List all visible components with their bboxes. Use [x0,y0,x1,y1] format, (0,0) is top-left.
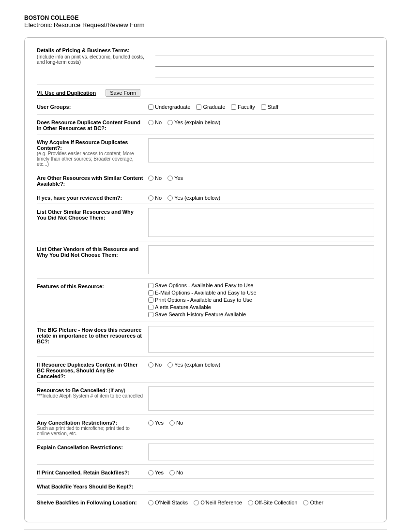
why-acquire-textarea[interactable] [148,138,374,163]
yes-retain-radio[interactable] [148,470,153,475]
shelve-backfiles-content: O'Neill Stacks O'Neill Reference Off-Sit… [148,499,374,505]
radio-yes-restrictions: Yes [148,420,164,426]
institution-name: BOSTON COLLEGE [24,15,387,21]
features-content: Save Options - Available and Easy to Use… [148,282,374,319]
no-retain-label: No [176,470,183,475]
other-vendors-content [148,245,374,275]
checkbox-faculty: Faculty [231,104,255,110]
duplicate-content-content: No Yes (explain below) [148,118,374,125]
oneill-reference-radio[interactable] [194,500,199,505]
search-history-label: Save Search History Feature Available [155,311,246,317]
staff-label: Staff [268,104,278,110]
radio-yes-cancel: Yes (explain below) [167,362,220,368]
why-acquire-label-bold: Why Acquire if Resource Duplicates Conte… [37,139,128,151]
other-vendors-row: List Other Vendors of this Resource and … [37,245,374,279]
resources-cancelled-textarea[interactable] [148,386,374,411]
why-acquire-row: Why Acquire if Resource Duplicates Conte… [37,138,374,170]
yes-reviewed-radio[interactable] [167,195,173,201]
duplicates-cancel-label: If Resource Duplicates Content in Other … [37,361,148,379]
no-similar-radio[interactable] [148,176,153,181]
no-reviewed-radio[interactable] [148,195,153,201]
resources-cancelled-label: Resources to Be Cancelled: (If any) ***I… [37,386,148,399]
cancellation-restrictions-label-bold: Any Cancellation Restrictions?: [37,420,117,426]
page-header: BOSTON COLLEGE Electronic Resource Reque… [24,15,387,29]
why-acquire-sublabel: (e.g. Provides easier access to content;… [37,151,143,167]
retain-backfiles-radios: Yes No [148,469,374,475]
alerts-checkbox[interactable] [148,305,153,310]
no-similar-label: No [155,175,162,181]
checkbox-staff: Staff [261,104,278,110]
radio-no-retain: No [169,470,183,475]
list-similar-textarea[interactable] [148,208,374,237]
shelve-backfiles-label: Shelve Backfiles in Following Location: [37,499,148,505]
big-picture-textarea[interactable] [148,326,374,353]
checkbox-undergraduate: Undergraduate [148,104,190,110]
search-history-checkbox[interactable] [148,312,153,317]
reviewed-row: If yes, have your reviewed them?: No Yes… [37,194,374,204]
backfile-years-input[interactable] [148,483,374,491]
graduate-checkbox[interactable] [196,104,201,110]
no-restrictions-radio[interactable] [169,420,175,426]
oneill-stacks-radio[interactable] [148,500,153,505]
yes-similar-label: Yes [174,175,183,181]
faculty-checkbox[interactable] [231,104,236,110]
no-restrictions-label: No [176,420,183,426]
yes-restrictions-label: Yes [155,420,164,426]
pricing-sublabel: (Include info on print vs. electronic, b… [37,54,148,65]
big-picture-content [148,326,374,354]
radio-no-duplicate: No [148,119,162,125]
pricing-section: Details of Pricing & Business Terms: (In… [37,47,374,77]
feature-email-options: E-Mail Options - Available and Easy to U… [148,290,374,296]
staff-checkbox[interactable] [261,104,266,110]
retain-backfiles-row: If Print Cancelled, Retain Backfiles?: Y… [37,469,374,479]
yes-similar-radio[interactable] [167,176,173,181]
footer: 120 · Representative Documents: Decision… [24,530,387,532]
no-cancel-radio[interactable] [148,362,153,368]
alerts-label: Alerts Feature Available [155,304,211,310]
duplicates-cancel-content: No Yes (explain below) [148,361,374,368]
explain-cancellation-content [148,443,374,461]
duplicates-cancel-radios: No Yes (explain below) [148,361,374,368]
yes-duplicate-label: Yes (explain below) [174,119,220,125]
why-acquire-label: Why Acquire if Resource Duplicates Conte… [37,138,148,167]
save-options-checkbox[interactable] [148,283,153,288]
yes-cancel-label: Yes (explain below) [174,362,220,368]
radio-off-site: Off-Site Collection [248,500,297,505]
similar-resources-radios: No Yes [148,174,374,181]
cancellation-restrictions-sublabel: Such as print tied to microfiche; print … [37,426,143,436]
feature-alerts: Alerts Feature Available [148,304,374,310]
form-container: Details of Pricing & Business Terms: (In… [24,37,387,522]
undergraduate-checkbox[interactable] [148,104,153,110]
other-radio[interactable] [303,500,308,505]
cancellation-restrictions-label: Any Cancellation Restrictions?: Such as … [37,419,148,436]
resources-cancelled-label-bold: Resources to Be Cancelled: [37,387,107,393]
explain-cancellation-textarea[interactable] [148,443,374,460]
faculty-label: Faculty [238,104,255,110]
no-duplicate-label: No [155,119,162,125]
other-vendors-textarea[interactable] [148,245,374,274]
big-picture-label: The BIG Picture - How does this resource… [37,326,148,344]
list-similar-content [148,208,374,238]
backfile-years-label: What Backfile Years Should Be Kept?: [37,483,148,489]
radio-no-similar: No [148,175,162,181]
radio-yes-reviewed: Yes (explain below) [167,195,220,201]
email-options-checkbox[interactable] [148,290,153,296]
save-form-button[interactable]: Save Form [106,89,140,97]
off-site-radio[interactable] [248,500,253,505]
radio-oneill-reference: O'Neill Reference [194,500,242,505]
duplicates-cancel-row: If Resource Duplicates Content in Other … [37,361,374,383]
yes-cancel-radio[interactable] [167,362,173,368]
yes-reviewed-label: Yes (explain below) [174,195,220,201]
no-retain-radio[interactable] [169,470,175,475]
feature-search-history: Save Search History Feature Available [148,311,374,317]
print-options-checkbox[interactable] [148,297,153,303]
yes-restrictions-radio[interactable] [148,420,153,426]
explain-cancellation-row: Explain Cancellation Restrictions: [37,443,374,465]
no-duplicate-radio[interactable] [148,120,153,125]
checkbox-graduate: Graduate [196,104,225,110]
features-label: Features of this Resource: [37,282,148,289]
cancellation-restrictions-radios: Yes No [148,419,374,426]
yes-duplicate-radio[interactable] [167,120,173,125]
list-similar-label: List Other Similar Resources and Why You… [37,208,148,221]
radio-no-restrictions: No [169,420,183,426]
